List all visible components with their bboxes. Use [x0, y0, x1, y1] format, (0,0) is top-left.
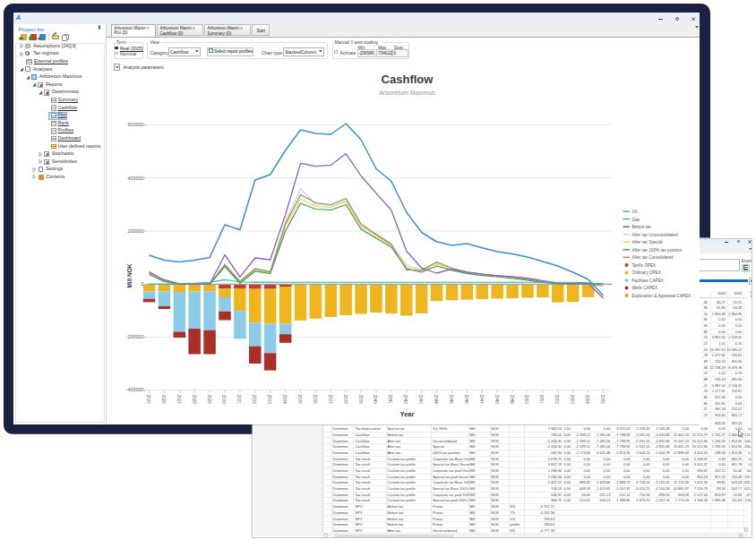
svg-text:2029: 2029	[206, 395, 210, 405]
svg-text:2025: 2025	[146, 395, 150, 405]
svg-text:2028: 2028	[191, 395, 195, 405]
svg-text:2032: 2032	[252, 395, 256, 405]
svg-text:2051: 2051	[539, 395, 544, 405]
svg-text:2047: 2047	[479, 395, 484, 405]
svg-text:After tax Consolidated: After tax Consolidated	[631, 256, 674, 261]
svg-text:2044: 2044	[434, 395, 438, 405]
svg-text:2049: 2049	[509, 395, 513, 405]
svg-text:2036: 2036	[313, 395, 317, 405]
svg-text:2048: 2048	[494, 395, 498, 405]
svg-text:2033: 2033	[267, 395, 271, 405]
svg-text:2055: 2055	[600, 395, 605, 405]
svg-text:2026: 2026	[161, 395, 166, 405]
svg-text:Ordinary OPEX: Ordinary OPEX	[631, 271, 661, 276]
svg-text:Year: Year	[399, 410, 414, 418]
svg-text:Gas: Gas	[631, 218, 640, 222]
svg-text:2040: 2040	[373, 395, 377, 405]
svg-text:-400000: -400000	[126, 388, 144, 393]
svg-text:After tax Special: After tax Special	[631, 240, 662, 244]
svg-text:Arboretum Maximus: Arboretum Maximus	[379, 90, 435, 96]
svg-text:2041: 2041	[388, 395, 392, 405]
svg-text:2037: 2037	[328, 395, 332, 405]
svg-text:600000: 600000	[127, 123, 143, 128]
svg-text:2046: 2046	[464, 395, 468, 405]
svg-text:2031: 2031	[236, 395, 241, 405]
svg-text:2052: 2052	[554, 395, 559, 405]
svg-text:2045: 2045	[449, 395, 453, 405]
svg-text:2039: 2039	[357, 395, 362, 405]
svg-text:Before tax: Before tax	[631, 225, 651, 229]
svg-text:After tax Unconsolidated: After tax Unconsolidated	[631, 233, 677, 237]
svg-text:200000: 200000	[127, 228, 143, 234]
svg-text:400000: 400000	[127, 176, 143, 181]
svg-text:Tariffs OPEX: Tariffs OPEX	[631, 263, 657, 268]
svg-text:2054: 2054	[585, 395, 589, 405]
svg-text:Exploration & Appraisal CAPEX: Exploration & Appraisal CAPEX	[631, 294, 692, 298]
svg-text:2050: 2050	[524, 395, 528, 405]
svg-text:2027: 2027	[176, 395, 181, 405]
svg-text:Wells CAPEX: Wells CAPEX	[631, 287, 657, 291]
svg-text:Mill NOK: Mill NOK	[126, 263, 133, 287]
svg-text:2043: 2043	[418, 395, 423, 405]
svg-text:2053: 2053	[570, 395, 574, 405]
svg-text:Facilities CAPEX: Facilities CAPEX	[631, 279, 664, 283]
svg-text:2042: 2042	[403, 395, 408, 405]
svg-text:2034: 2034	[282, 395, 287, 405]
svg-text:Oil: Oil	[631, 210, 637, 214]
svg-text:-200000: -200000	[126, 334, 144, 339]
svg-text:2030: 2030	[221, 395, 226, 405]
svg-text:2035: 2035	[297, 395, 302, 405]
svg-text:After tax 100% tax position: After tax 100% tax position	[631, 248, 682, 253]
svg-text:Cashflow: Cashflow	[381, 73, 434, 86]
svg-text:2038: 2038	[342, 395, 347, 405]
